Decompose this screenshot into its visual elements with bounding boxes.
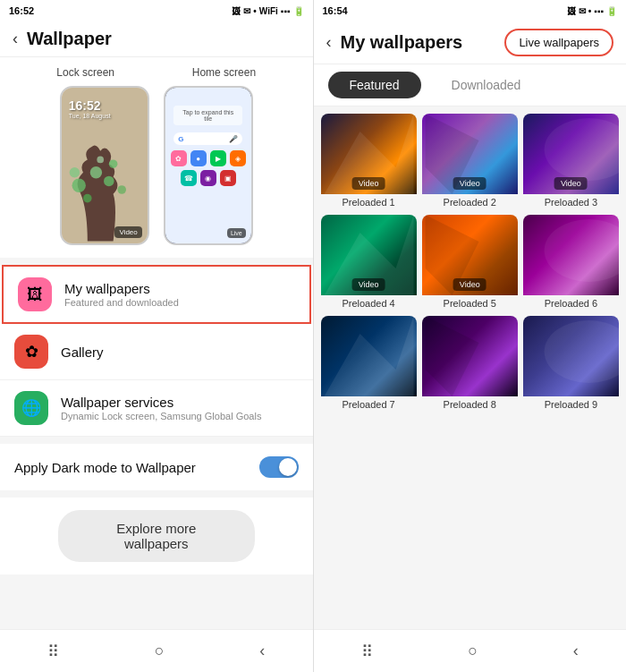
left-home-nav-icon[interactable]: ○ [155,642,165,660]
wallpaper-cell-8[interactable]: Preloaded 8 [422,316,518,412]
svg-point-3 [83,194,92,203]
left-status-icons: 🖼 ✉ • WiFi ▪▪▪ 🔋 [232,6,303,16]
explore-section: Explore more wallpapers [0,498,313,574]
lock-screen-content: 16:52 Tue, 18 August [62,88,148,243]
home-screen-preview[interactable]: Tap to expand this tile G 🎤 ✿ ● ▶ ◈ ☎ [164,86,253,245]
my-wallpapers-text: My wallpapers Featured and downloaded [64,281,179,308]
wallpaper-thumb-9 [523,316,619,396]
video-badge-4: Video [352,278,385,291]
status-photo-icon: 🖼 [232,6,241,16]
dark-mode-section: Apply Dark mode to Wallpaper [0,444,313,490]
right-status-battery: 🔋 [606,6,617,16]
svg-point-5 [109,159,118,168]
video-badge-2: Video [453,177,486,190]
lock-time: 16:52 Tue, 18 August [69,98,111,119]
wallpaper-services-title: Wallpaper services [61,395,261,410]
svg-marker-14 [324,316,413,396]
preview-screens: 16:52 Tue, 18 August [60,86,253,245]
home-icons-row-1: ✿ ● ▶ ◈ [171,150,246,166]
wallpaper-cell-5[interactable]: VideoPreloaded 5 [422,215,518,310]
wallpaper-cell-3[interactable]: VideoPreloaded 3 [523,114,619,209]
right-status-photo-icon: 🖼 [567,6,576,16]
wallpaper-thumb-8 [422,316,518,396]
right-status-bar: 16:54 🖼 ✉ • ▪▪▪ 🔋 [314,0,627,21]
wallpaper-cell-7[interactable]: Preloaded 7 [321,316,417,412]
home-screen-content: Tap to expand this tile G 🎤 ✿ ● ▶ ◈ ☎ [165,88,251,243]
mic-icon: 🎤 [229,135,238,143]
home-screen-label: Home screen [192,66,256,79]
status-signal-icon: ▪▪▪ [281,6,291,16]
svg-point-10 [544,118,619,181]
explore-wallpapers-button[interactable]: Explore more wallpapers [58,510,255,562]
right-home-nav-icon[interactable]: ○ [468,642,478,660]
tab-downloaded[interactable]: Downloaded [430,72,543,98]
status-battery-icon: 🔋 [293,6,304,16]
wallpaper-name-1: Preloaded 1 [321,197,417,209]
app-icon-1: ✿ [171,150,187,166]
gallery-icon: ✿ [14,335,48,369]
dark-mode-toggle[interactable] [259,456,299,478]
wallpaper-cell-6[interactable]: Preloaded 6 [523,215,619,310]
svg-marker-15 [425,316,478,396]
right-bottom-nav: ⠿ ○ ‹ [314,629,627,672]
left-header: ‹ Wallpaper [0,21,313,57]
wallpaper-cell-9[interactable]: Preloaded 9 [523,316,619,412]
left-status-bar: 16:52 🖼 ✉ • WiFi ▪▪▪ 🔋 [0,0,313,21]
right-header: ‹ My wallpapers Live wallpapers [314,21,627,64]
wallpaper-name-6: Preloaded 6 [523,298,619,310]
home-widget-text: Tap to expand this tile [182,109,233,122]
left-panel: 16:52 🖼 ✉ • WiFi ▪▪▪ 🔋 ‹ Wallpaper Lock … [0,0,313,672]
wallpaper-cell-2[interactable]: VideoPreloaded 2 [422,114,518,209]
wallpaper-thumb-3: Video [523,114,619,194]
menu-item-gallery[interactable]: ✿ Gallery [0,324,313,380]
home-search-bar: G 🎤 [173,132,242,145]
app-icon-5: ☎ [181,170,197,186]
svg-point-6 [97,157,104,164]
wallpaper-services-text: Wallpaper services Dynamic Lock screen, … [61,395,261,421]
video-badge-1: Video [352,177,385,190]
wallpaper-name-2: Preloaded 2 [422,197,518,209]
wallpaper-name-5: Preloaded 5 [422,298,518,310]
wallpaper-grid: VideoPreloaded 1VideoPreloaded 2VideoPre… [314,106,627,672]
left-back-button[interactable]: ‹ [13,30,18,48]
right-status-icons: 🖼 ✉ • ▪▪▪ 🔋 [567,6,617,16]
right-back-button[interactable]: ‹ [326,33,332,52]
right-status-mail-icon: ✉ [579,6,586,16]
google-logo: G [178,135,183,143]
right-status-signal: ▪▪▪ [594,6,604,16]
right-page-title: My wallpapers [341,32,463,53]
status-wifi-icon: WiFi [259,6,278,16]
wallpaper-services-subtitle: Dynamic Lock screen, Samsung Global Goal… [61,411,261,421]
home-widget: Tap to expand this tile [173,106,242,125]
live-wallpapers-button[interactable]: Live wallpapers [504,29,613,56]
wallpaper-name-7: Preloaded 7 [321,399,417,412]
svg-point-2 [104,176,114,187]
tabs-row: Featured Downloaded [314,64,627,106]
wallpaper-thumb-4: Video [321,215,417,295]
wallpaper-thumb-5: Video [422,215,518,295]
home-live-badge: Live [227,228,246,238]
lock-date-text: Tue, 18 August [69,113,111,119]
wallpaper-cell-1[interactable]: VideoPreloaded 1 [321,114,417,209]
menu-item-wallpaper-services[interactable]: 🌐 Wallpaper services Dynamic Lock screen… [0,380,313,437]
lock-video-badge: Video [114,226,141,238]
app-icon-2: ● [190,150,207,166]
wallpaper-thumb-2: Video [422,114,518,194]
wallpaper-thumb-6 [523,215,619,295]
left-back-nav-icon[interactable]: ‹ [259,642,265,660]
gallery-title: Gallery [61,345,104,360]
wallpaper-cell-4[interactable]: VideoPreloaded 4 [321,215,417,310]
right-menu-nav-icon[interactable]: ⠿ [361,642,373,661]
wallpaper-name-3: Preloaded 3 [523,197,619,209]
left-menu-nav-icon[interactable]: ⠿ [47,642,59,661]
menu-item-my-wallpapers[interactable]: 🖼 My wallpapers Featured and downloaded [2,265,311,324]
right-back-nav-icon[interactable]: ‹ [573,642,579,660]
wallpaper-name-8: Preloaded 8 [422,399,518,412]
wallpaper-thumb-1: Video [321,114,417,194]
lock-screen-preview[interactable]: 16:52 Tue, 18 August [60,86,149,245]
app-icon-7: ▣ [220,170,236,186]
lock-screen-label: Lock screen [56,66,114,79]
preview-area: Lock screen Home screen 16:52 Tue, 18 Au… [0,57,313,258]
tab-featured[interactable]: Featured [328,72,421,98]
my-wallpapers-icon: 🖼 [18,277,52,311]
